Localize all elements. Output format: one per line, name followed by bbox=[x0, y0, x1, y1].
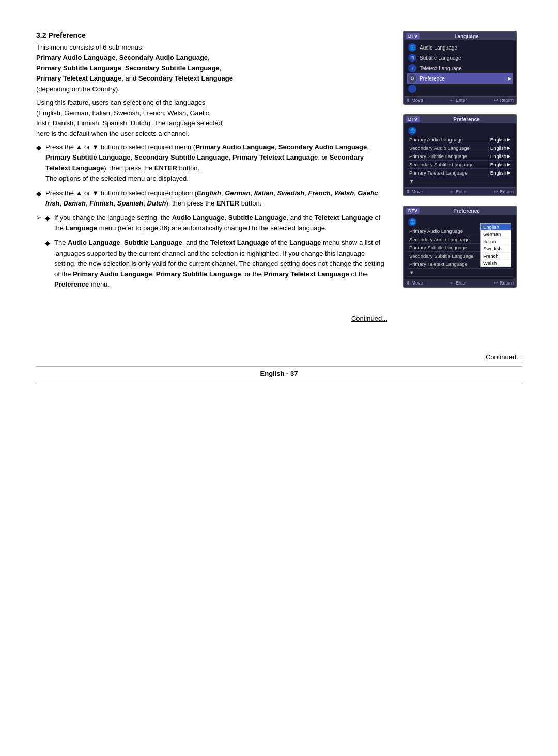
arrow-content-1: ◆ If you change the language setting, th… bbox=[45, 213, 388, 294]
footer-return-2: ↩ Return bbox=[494, 189, 514, 194]
row2-arrow-4: ▶ bbox=[507, 162, 510, 167]
row3-label-5: Primary Teletext Language bbox=[409, 261, 468, 267]
osd-item-teletext-lang: T Teletext Language bbox=[407, 63, 513, 73]
page-footer: Continued... bbox=[36, 314, 388, 333]
osd-label-audio: Audio Language bbox=[420, 45, 457, 51]
section-title: Preference bbox=[48, 31, 85, 39]
dtv-label-2: DTV bbox=[406, 116, 420, 122]
teletext-icon: T bbox=[408, 64, 416, 72]
osd-footer-1: ⇕ Move ↵ Enter ↩ Return bbox=[404, 96, 516, 104]
row2-label-1: Primary Audio Language bbox=[409, 137, 463, 143]
panel1-title: Language bbox=[420, 34, 514, 39]
osd-title-bar-2: DTV Preference bbox=[404, 115, 516, 123]
page-label: English - 37 bbox=[260, 370, 298, 377]
arrow-item-1: ➢ ◆ If you change the language setting, … bbox=[36, 213, 388, 294]
feature-description: Using this feature, users can select one… bbox=[36, 98, 388, 139]
pref-arrow-icon: ▶ bbox=[508, 76, 512, 81]
osd-item-preference: ⚙ Preference ▶ bbox=[407, 73, 513, 84]
row3-label-1: Primary Audio Language bbox=[409, 228, 463, 234]
footer-move-3: ⇕ Move bbox=[406, 280, 423, 286]
sub-diamond-2: ◆ bbox=[45, 238, 50, 248]
row2-value-1: : English ▶ bbox=[488, 137, 510, 143]
down-arrow-2: ▼ bbox=[409, 178, 414, 184]
dd-item-english[interactable]: English bbox=[481, 224, 511, 231]
left-column: 3.2 Preference This menu consists of 6 s… bbox=[36, 31, 388, 333]
row2-arrow-3: ▶ bbox=[507, 154, 510, 159]
osd-row2-1: Primary Audio Language : English ▶ bbox=[407, 136, 513, 144]
row2-arrow-1: ▶ bbox=[507, 137, 510, 142]
row2-label-3: Primary Subtitle Language bbox=[409, 153, 467, 159]
dd-item-italian[interactable]: Italian bbox=[481, 238, 511, 245]
row2-arrow-5: ▶ bbox=[507, 170, 510, 175]
osd-panel-3: DTV Preference 🌐 Primary Audio Language … bbox=[403, 206, 517, 288]
row2-value-3: : English ▶ bbox=[488, 153, 510, 159]
panel3-title: Preference bbox=[420, 208, 514, 214]
sub-bullet-2: ◆ The Audio Language, Subtitle Language,… bbox=[45, 238, 388, 290]
continued-text: Continued... bbox=[351, 314, 388, 322]
footer-enter-3: ↵ Enter bbox=[450, 280, 467, 286]
blank-icon-1 bbox=[408, 85, 416, 93]
footer-return-3: ↩ Return bbox=[494, 280, 514, 286]
continued-section: Continued... bbox=[36, 353, 522, 361]
row3-label-4: Secondary Subtitle Language bbox=[409, 253, 474, 259]
row2-value-4: : English ▶ bbox=[488, 162, 510, 167]
dd-item-swedish[interactable]: Swedish bbox=[481, 245, 511, 253]
page-content: 3.2 Preference This menu consists of 6 s… bbox=[36, 31, 522, 333]
footer-enter-2: ↵ Enter bbox=[450, 189, 467, 194]
bullet-content-1: Press the ▲ or ▼ button to select requir… bbox=[45, 142, 388, 184]
dd-item-french[interactable]: French bbox=[481, 253, 511, 260]
sub-bullet-list: ◆ If you change the language setting, th… bbox=[45, 213, 388, 290]
down-arrow-3: ▼ bbox=[409, 270, 414, 275]
bullet-item-2: ◆ Press the ▲ or ▼ button to select requ… bbox=[36, 188, 388, 209]
paren-text: (depending on the Country). bbox=[36, 85, 120, 93]
row2-value-2: : English ▶ bbox=[488, 145, 510, 151]
osd-body-2: 🌐 Primary Audio Language : English ▶ Sec… bbox=[404, 123, 516, 187]
osd-row3-down: ▼ bbox=[407, 269, 513, 277]
dropdown-list: English German Italian Swedish French We… bbox=[481, 223, 512, 267]
osd-title-bar-1: DTV Language bbox=[404, 32, 516, 40]
osd-body-1: 🌐 Audio Language ⊞ Subtitle Language T T… bbox=[404, 40, 516, 96]
icon2-1: 🌐 bbox=[408, 127, 416, 135]
sub-diamond-1: ◆ bbox=[45, 213, 50, 224]
osd-row2-2: Secondary Audio Language : English ▶ bbox=[407, 144, 513, 152]
osd-label-preference: Preference bbox=[420, 76, 445, 82]
footer-return-1: ↩ Return bbox=[494, 98, 514, 103]
right-column: DTV Language 🌐 Audio Language ⊞ Subtitle… bbox=[403, 31, 522, 292]
footer-enter-1: ↵ Enter bbox=[450, 98, 467, 103]
row3-label-3: Primary Subtitle Language bbox=[409, 245, 467, 250]
osd-row2-down: ▼ bbox=[407, 177, 513, 185]
sub-bullet-1: ◆ If you change the language setting, th… bbox=[45, 213, 388, 233]
bullet-item-1: ◆ Press the ▲ or ▼ button to select requ… bbox=[36, 142, 388, 184]
dtv-label-1: DTV bbox=[406, 33, 420, 39]
dd-item-german[interactable]: German bbox=[481, 231, 511, 238]
footer-move-2: ⇕ Move bbox=[406, 189, 423, 194]
osd-item-subtitle-lang: ⊞ Subtitle Language bbox=[407, 53, 513, 63]
intro-text: This menu consists of 6 sub-menus: Prima… bbox=[36, 42, 388, 94]
row2-value-5: : English ▶ bbox=[488, 170, 510, 176]
dtv-label-3: DTV bbox=[406, 208, 420, 214]
osd-panel-1: DTV Language 🌐 Audio Language ⊞ Subtitle… bbox=[403, 31, 517, 105]
bullet-content-2: Press the ▲ or ▼ button to select requir… bbox=[45, 188, 388, 209]
sub-content-2: The Audio Language, Subtitle Language, a… bbox=[54, 238, 388, 290]
row2-arrow-2: ▶ bbox=[507, 146, 510, 150]
dd-item-welsh[interactable]: Welsh bbox=[481, 260, 511, 267]
osd-row2-5: Primary Teletext Language : English ▶ bbox=[407, 169, 513, 177]
osd-item-audio-lang: 🌐 Audio Language bbox=[407, 42, 513, 53]
row2-label-5: Primary Teletext Language bbox=[409, 170, 468, 176]
osd-body-3: 🌐 Primary Audio Language Secondary Audio… bbox=[404, 215, 516, 279]
osd-item-blank1 bbox=[407, 84, 513, 94]
row2-label-2: Secondary Audio Language bbox=[409, 145, 470, 151]
osd-label-teletext: Teletext Language bbox=[420, 66, 462, 71]
osd-item2-blank1: 🌐 bbox=[407, 125, 513, 136]
diamond-icon-2: ◆ bbox=[36, 188, 41, 199]
diamond-icon-1: ◆ bbox=[36, 143, 41, 153]
continued-label: Continued... bbox=[486, 353, 522, 361]
osd-title-bar-3: DTV Preference bbox=[404, 207, 516, 215]
osd-row2-4: Secondary Subtitle Language : English ▶ bbox=[407, 161, 513, 169]
row2-label-4: Secondary Subtitle Language bbox=[409, 162, 474, 167]
arrow-section: ➢ ◆ If you change the language setting, … bbox=[36, 213, 388, 294]
sub-content-1: If you change the language setting, the … bbox=[54, 213, 388, 233]
osd-row2-3: Primary Subtitle Language : English ▶ bbox=[407, 152, 513, 161]
row3-label-2: Secondary Audio Language bbox=[409, 237, 470, 242]
globe-icon: 🌐 bbox=[408, 43, 416, 52]
